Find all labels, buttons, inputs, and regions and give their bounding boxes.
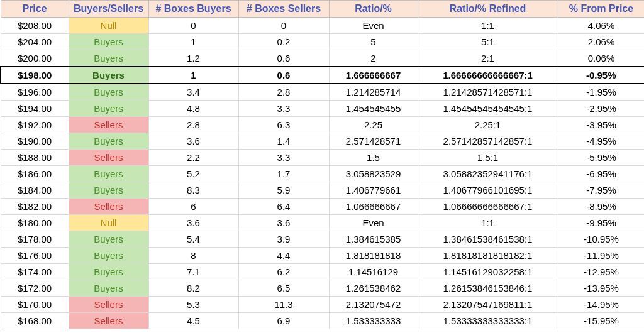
cell-buyers-sellers[interactable]: Buyers	[69, 50, 148, 67]
cell-buyers-sellers[interactable]: Buyers	[69, 231, 148, 248]
cell-price[interactable]: $196.00	[1, 84, 69, 101]
cell-boxes-buyers[interactable]: 3.6	[148, 215, 238, 231]
cell-buyers-sellers[interactable]: Buyers	[69, 166, 148, 182]
cell-price[interactable]: $180.00	[1, 215, 69, 231]
cell-ratio[interactable]: 1.214285714	[329, 84, 418, 101]
cell-price[interactable]: $188.00	[1, 150, 69, 166]
cell-boxes-sellers[interactable]: 1.4	[238, 133, 329, 150]
cell-price[interactable]: $170.00	[1, 297, 69, 313]
cell-boxes-sellers[interactable]: 3.9	[238, 231, 329, 248]
cell-ratio[interactable]: 1.5	[329, 150, 418, 166]
cell-boxes-buyers[interactable]: 5.2	[148, 166, 238, 182]
cell-boxes-buyers[interactable]: 8	[148, 248, 238, 264]
cell-boxes-buyers[interactable]: 3.6	[148, 133, 238, 150]
header-ratio-refined[interactable]: Ratio/% Refined	[418, 1, 558, 18]
cell-price[interactable]: $182.00	[1, 199, 69, 215]
cell-price[interactable]: $190.00	[1, 133, 69, 150]
cell-ratio[interactable]: 2.571428571	[329, 133, 418, 150]
cell-boxes-buyers[interactable]: 1	[148, 34, 238, 50]
table-row[interactable]: $186.00Buyers5.21.73.0588235293.05882352…	[1, 166, 644, 182]
cell-boxes-buyers[interactable]: 6	[148, 199, 238, 215]
cell-ratio-refined[interactable]: 1.14516129032258:1	[418, 264, 558, 280]
cell-pct-from-price[interactable]: 4.06%	[558, 18, 644, 34]
cell-buyers-sellers[interactable]: Buyers	[69, 264, 148, 280]
cell-ratio[interactable]: 5	[329, 34, 418, 50]
cell-boxes-sellers[interactable]: 6.9	[238, 313, 329, 329]
cell-boxes-sellers[interactable]: 6.2	[238, 264, 329, 280]
cell-ratio[interactable]: 1.14516129	[329, 264, 418, 280]
cell-boxes-buyers[interactable]: 8.3	[148, 182, 238, 199]
cell-ratio-refined[interactable]: 1.81818181818182:1	[418, 248, 558, 264]
cell-ratio-refined[interactable]: 1:1	[418, 215, 558, 231]
cell-boxes-buyers[interactable]: 1.2	[148, 50, 238, 67]
cell-boxes-sellers[interactable]: 0.6	[238, 50, 329, 67]
cell-boxes-sellers[interactable]: 3.3	[238, 150, 329, 166]
cell-pct-from-price[interactable]: -5.95%	[558, 150, 644, 166]
table-row[interactable]: $184.00Buyers8.35.91.4067796611.40677966…	[1, 182, 644, 199]
header-buyers-sellers[interactable]: Buyers/Sellers	[69, 1, 148, 18]
cell-pct-from-price[interactable]: -7.95%	[558, 182, 644, 199]
cell-price[interactable]: $178.00	[1, 231, 69, 248]
cell-buyers-sellers[interactable]: Buyers	[69, 133, 148, 150]
cell-pct-from-price[interactable]: -2.95%	[558, 101, 644, 117]
cell-buyers-sellers[interactable]: Buyers	[69, 101, 148, 117]
cell-ratio-refined[interactable]: 1.06666666666667:1	[418, 199, 558, 215]
cell-price[interactable]: $186.00	[1, 166, 69, 182]
cell-boxes-buyers[interactable]: 4.8	[148, 101, 238, 117]
cell-buyers-sellers[interactable]: Buyers	[69, 280, 148, 297]
cell-boxes-sellers[interactable]: 4.4	[238, 248, 329, 264]
cell-pct-from-price[interactable]: -13.95%	[558, 280, 644, 297]
header-boxes-buyers[interactable]: # Boxes Buyers	[148, 1, 238, 18]
cell-boxes-sellers[interactable]: 6.4	[238, 199, 329, 215]
table-row[interactable]: $208.00Null00Even1:14.06%	[1, 18, 644, 34]
header-ratio[interactable]: Ratio/%	[329, 1, 418, 18]
cell-price[interactable]: $194.00	[1, 101, 69, 117]
cell-ratio[interactable]: 1.406779661	[329, 182, 418, 199]
cell-ratio[interactable]: 1.261538462	[329, 280, 418, 297]
table-row[interactable]: $182.00Sellers66.41.0666666671.066666666…	[1, 199, 644, 215]
cell-boxes-sellers[interactable]: 2.8	[238, 84, 329, 101]
table-row[interactable]: $180.00Null3.63.6Even1:1-9.95%	[1, 215, 644, 231]
cell-ratio-refined[interactable]: 1.45454545454545:1	[418, 101, 558, 117]
cell-ratio-refined[interactable]: 1.26153846153846:1	[418, 280, 558, 297]
cell-boxes-sellers[interactable]: 6.3	[238, 117, 329, 133]
cell-price[interactable]: $192.00	[1, 117, 69, 133]
cell-ratio-refined[interactable]: 1.5:1	[418, 150, 558, 166]
cell-ratio-refined[interactable]: 3.05882352941176:1	[418, 166, 558, 182]
cell-ratio[interactable]: Even	[329, 215, 418, 231]
cell-ratio-refined[interactable]: 1.21428571428571:1	[418, 84, 558, 101]
table-row[interactable]: $174.00Buyers7.16.21.145161291.145161290…	[1, 264, 644, 280]
cell-ratio[interactable]: 1.454545455	[329, 101, 418, 117]
cell-boxes-buyers[interactable]: 5.4	[148, 231, 238, 248]
cell-price[interactable]: $204.00	[1, 34, 69, 50]
cell-boxes-sellers[interactable]: 11.3	[238, 297, 329, 313]
cell-buyers-sellers[interactable]: Buyers	[69, 182, 148, 199]
cell-buyers-sellers[interactable]: Sellers	[69, 313, 148, 329]
cell-ratio-refined[interactable]: 2.25:1	[418, 117, 558, 133]
cell-boxes-buyers[interactable]: 8.2	[148, 280, 238, 297]
cell-buyers-sellers[interactable]: Sellers	[69, 150, 148, 166]
cell-price[interactable]: $174.00	[1, 264, 69, 280]
table-row[interactable]: $176.00Buyers84.41.8181818181.8181818181…	[1, 248, 644, 264]
cell-pct-from-price[interactable]: 0.06%	[558, 50, 644, 67]
cell-boxes-buyers[interactable]: 2.2	[148, 150, 238, 166]
cell-ratio[interactable]: 2.132075472	[329, 297, 418, 313]
cell-ratio[interactable]: 2.25	[329, 117, 418, 133]
cell-pct-from-price[interactable]: -1.95%	[558, 84, 644, 101]
cell-price[interactable]: $168.00	[1, 313, 69, 329]
cell-price[interactable]: $184.00	[1, 182, 69, 199]
cell-boxes-sellers[interactable]: 5.9	[238, 182, 329, 199]
table-row[interactable]: $196.00Buyers3.42.81.2142857141.21428571…	[1, 84, 644, 101]
cell-ratio-refined[interactable]: 1:1	[418, 18, 558, 34]
cell-buyers-sellers[interactable]: Buyers	[69, 67, 148, 84]
cell-pct-from-price[interactable]: -4.95%	[558, 133, 644, 150]
cell-boxes-sellers[interactable]: 3.3	[238, 101, 329, 117]
cell-pct-from-price[interactable]: -3.95%	[558, 117, 644, 133]
cell-boxes-buyers[interactable]: 3.4	[148, 84, 238, 101]
cell-ratio-refined[interactable]: 5:1	[418, 34, 558, 50]
cell-price[interactable]: $176.00	[1, 248, 69, 264]
table-row[interactable]: $190.00Buyers3.61.42.5714285712.57142857…	[1, 133, 644, 150]
cell-pct-from-price[interactable]: -6.95%	[558, 166, 644, 182]
table-row[interactable]: $172.00Buyers8.26.51.2615384621.26153846…	[1, 280, 644, 297]
cell-ratio-refined[interactable]: 1.66666666666667:1	[418, 67, 558, 84]
